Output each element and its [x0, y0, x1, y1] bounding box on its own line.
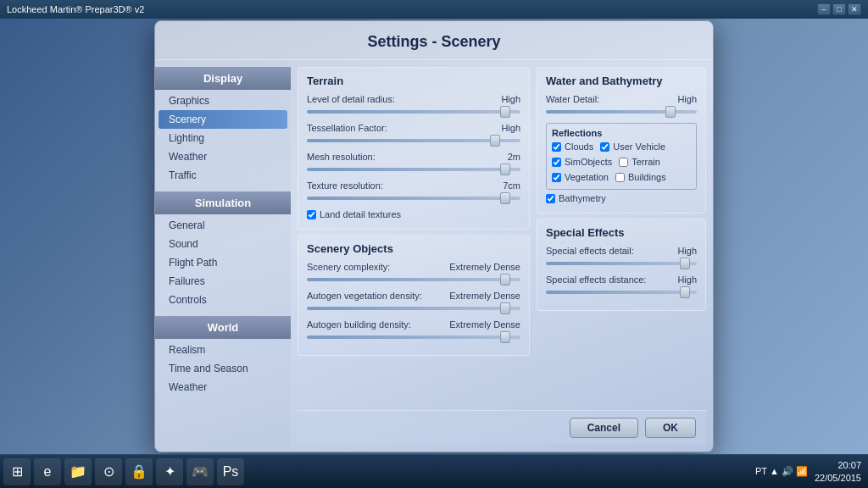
sidebar-group-world: World Realism Time and Season Weather	[155, 316, 291, 396]
fx-detail-slider[interactable]	[546, 262, 697, 265]
lod-slider[interactable]	[307, 110, 520, 114]
special-effects-title: Special Effects	[546, 226, 697, 239]
sidebar-header-world: World	[155, 316, 291, 339]
user-vehicle-checkbox[interactable]	[600, 142, 609, 152]
texture-slider[interactable]	[307, 197, 520, 200]
water-detail-value: High	[667, 94, 697, 104]
buildings-row: Buildings	[615, 172, 666, 182]
content-right: Water and Bathymetry Water Detail: High …	[537, 67, 706, 410]
user-vehicle-label: User Vehicle	[613, 141, 665, 152]
veg-density-label: Autogen vegetation density:	[307, 291, 446, 301]
titlebar: Lockheed Martin® Prepar3D® v2 – □ ✕	[0, 0, 868, 19]
bathymetry-checkbox[interactable]	[546, 194, 555, 203]
sidebar-item-general[interactable]: General	[155, 216, 291, 235]
vegetation-checkbox[interactable]	[552, 173, 561, 182]
terrain-refl-row: Terrain	[619, 157, 660, 167]
land-detail-label: Land detail textures	[320, 209, 401, 219]
taskbar-ie-icon[interactable]: e	[34, 458, 61, 485]
sidebar-item-flight-path[interactable]: Flight Path	[155, 253, 291, 272]
texture-value: 7cm	[491, 180, 520, 191]
texture-label: Texture resolution:	[307, 180, 487, 191]
ok-button[interactable]: OK	[645, 418, 696, 438]
fx-distance-slider[interactable]	[546, 291, 697, 294]
fx-detail-row: Special effects detail: High	[546, 246, 697, 268]
sidebar-item-time-season[interactable]: Time and Season	[155, 359, 291, 378]
texture-row: Texture resolution: 7cm	[307, 180, 520, 202]
fx-detail-value: High	[667, 246, 697, 256]
fx-detail-label: Special effects detail:	[546, 246, 664, 256]
mesh-label: Mesh resolution:	[307, 152, 487, 162]
minimize-button[interactable]: –	[817, 3, 831, 15]
taskbar-folder-icon[interactable]: 📁	[64, 458, 92, 485]
mesh-slider[interactable]	[307, 168, 520, 171]
sidebar-item-weather-world[interactable]: Weather	[155, 378, 291, 396]
sim-objects-checkbox[interactable]	[552, 158, 561, 167]
land-detail-checkbox[interactable]	[307, 210, 316, 219]
water-title: Water and Bathymetry	[546, 75, 697, 87]
terrain-refl-label: Terrain	[632, 157, 660, 167]
buildings-label: Buildings	[628, 172, 666, 182]
vegetation-row: Vegetation	[552, 172, 609, 182]
taskbar-security-icon[interactable]: 🔒	[125, 458, 153, 485]
taskbar-chrome-icon[interactable]: ⊙	[95, 458, 122, 485]
reflections-title: Reflections	[552, 128, 691, 138]
restore-button[interactable]: □	[832, 3, 846, 15]
taskbar-status-icons: PT ▲ 🔊 📶	[755, 466, 808, 477]
bathymetry-row: Bathymetry	[546, 193, 697, 203]
fx-distance-label: Special effects distance:	[546, 274, 664, 285]
complexity-slider[interactable]	[307, 278, 520, 281]
fx-distance-row: Special effects distance: High	[546, 274, 697, 297]
taskbar-ps-icon[interactable]: Ps	[217, 458, 244, 485]
vegetation-label: Vegetation	[565, 172, 609, 182]
dialog-footer: Cancel OK	[298, 410, 706, 445]
titlebar-buttons: – □ ✕	[817, 3, 861, 15]
sim-objects-label: SimObjects	[565, 157, 612, 167]
veg-density-value: Extremely Dense	[449, 291, 520, 301]
veg-density-slider[interactable]	[307, 307, 520, 310]
lod-label: Level of detail radius:	[307, 94, 487, 104]
water-detail-row: Water Detail: High	[546, 94, 697, 116]
sidebar: Display Graphics Scenery Lighting Weathe…	[155, 60, 291, 452]
sidebar-item-traffic[interactable]: Traffic	[155, 166, 291, 185]
cancel-button[interactable]: Cancel	[570, 418, 638, 438]
sidebar-header-display: Display	[155, 67, 291, 90]
sidebar-item-realism[interactable]: Realism	[155, 341, 291, 359]
taskbar-nav-icon[interactable]: ✦	[156, 458, 183, 485]
bathymetry-label: Bathymetry	[559, 193, 606, 203]
sidebar-item-failures[interactable]: Failures	[155, 272, 291, 291]
sidebar-item-controls[interactable]: Controls	[155, 291, 291, 309]
terrain-refl-checkbox[interactable]	[619, 158, 628, 167]
sidebar-item-graphics[interactable]: Graphics	[155, 92, 291, 110]
close-button[interactable]: ✕	[848, 3, 861, 15]
taskbar-app1-icon[interactable]: 🎮	[186, 458, 214, 485]
tessellation-slider[interactable]	[307, 139, 520, 142]
bld-density-label: Autogen building density:	[307, 319, 446, 330]
water-detail-label: Water Detail:	[546, 94, 664, 104]
bld-density-value: Extremely Dense	[449, 319, 520, 330]
clouds-checkbox[interactable]	[552, 142, 561, 152]
water-detail-slider[interactable]	[546, 110, 697, 114]
terrain-section: Terrain Level of detail radius: High	[298, 67, 530, 230]
sim-objects-row: SimObjects	[552, 157, 612, 167]
sidebar-item-lighting[interactable]: Lighting	[155, 129, 291, 147]
bld-density-row: Autogen building density: Extremely Dens…	[307, 319, 520, 341]
sidebar-item-scenery[interactable]: Scenery	[159, 110, 287, 129]
fx-distance-value: High	[667, 274, 697, 285]
taskbar-start-icon[interactable]: ⊞	[3, 458, 31, 485]
scenery-objects-section: Scenery Objects Scenery complexity: Extr…	[298, 235, 530, 356]
complexity-value: Extremely Dense	[449, 262, 520, 272]
complexity-label: Scenery complexity:	[307, 262, 446, 272]
buildings-checkbox[interactable]	[615, 173, 625, 182]
settings-dialog: Settings - Scenery Display Graphics Scen…	[154, 20, 714, 452]
lod-row: Level of detail radius: High	[307, 94, 520, 116]
water-section: Water and Bathymetry Water Detail: High …	[537, 67, 706, 214]
reflections-checkboxes: Clouds User Vehicle SimObjects	[552, 141, 691, 185]
user-vehicle-row: User Vehicle	[600, 141, 665, 152]
clouds-label: Clouds	[565, 141, 593, 152]
sidebar-item-weather-display[interactable]: Weather	[155, 147, 291, 166]
sidebar-header-simulation: Simulation	[155, 191, 291, 214]
sidebar-item-sound[interactable]: Sound	[155, 235, 291, 253]
sidebar-group-display: Display Graphics Scenery Lighting Weathe…	[155, 67, 291, 185]
veg-density-row: Autogen vegetation density: Extremely De…	[307, 291, 520, 313]
bld-density-slider[interactable]	[307, 336, 520, 339]
